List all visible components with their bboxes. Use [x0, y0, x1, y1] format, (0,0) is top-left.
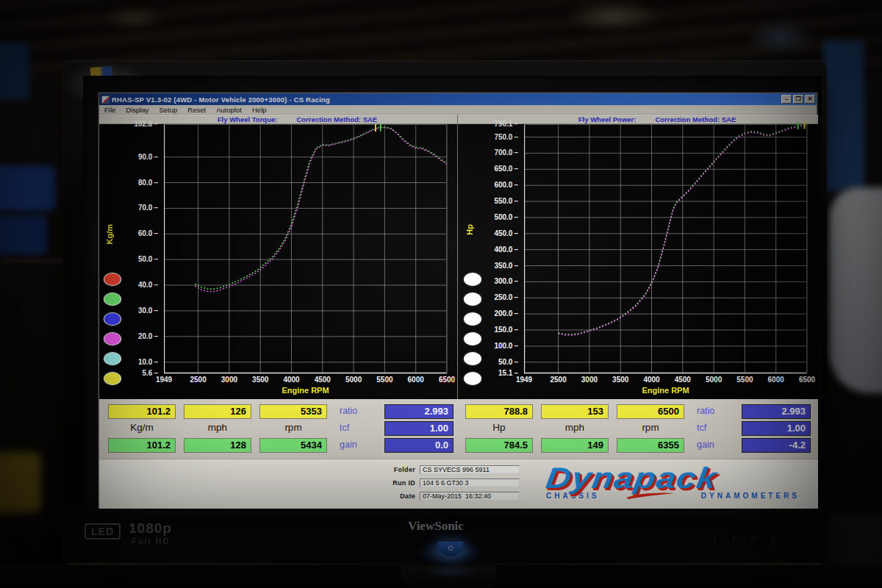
axis-lines	[165, 124, 447, 373]
legend-dot-3[interactable]	[104, 332, 121, 345]
fullhd-label: Full HD	[132, 537, 171, 545]
minimize-button[interactable]: –	[781, 95, 792, 104]
y-tick-label: 500.0	[480, 213, 518, 222]
y-tick-label: 750.0	[480, 133, 518, 142]
menu-item-setup[interactable]: Setup	[154, 105, 182, 114]
tcf-label: tcf	[335, 421, 376, 436]
legend-dot-4[interactable]	[464, 352, 481, 365]
screen: RHAS-SP V1.3-02 (4WD - Motor Vehicle 200…	[83, 76, 822, 517]
menu-item-autoplot[interactable]: Autoplot	[211, 105, 247, 114]
dynapack-logo: Dynapack CHASSIS DYNAMOMETERS	[546, 462, 811, 506]
y-tick-label: 300.0	[480, 277, 518, 286]
power-cursor2-rpm: 6355	[617, 438, 684, 453]
torque-cursor1-speed: 126	[184, 404, 251, 419]
menu-item-help[interactable]: Help	[247, 105, 272, 114]
workshop-item	[0, 452, 41, 512]
y-tick-label: 30.0	[120, 306, 158, 315]
shelf-edge	[0, 259, 70, 263]
legend-dot-0[interactable]	[104, 273, 121, 286]
power-unit-label: Hp	[465, 421, 533, 436]
legend-dot-2[interactable]	[464, 312, 481, 326]
folder-input[interactable]	[420, 465, 520, 474]
resolution-label: 1080p	[129, 520, 172, 537]
y-tick-label: 400.0	[480, 245, 518, 254]
power-cursor1-speed: 153	[541, 404, 609, 419]
power-readout-table: 788.8 153 6500 ratio 2.993 Hp mph rpm tc…	[461, 401, 815, 456]
x-tick-label: 5500	[368, 376, 401, 384]
x-tick-label: 6500	[791, 376, 822, 384]
y-tick-label: 200.0	[480, 309, 518, 318]
legend-dot-3[interactable]	[464, 332, 481, 345]
y-tick-label: 550.0	[480, 197, 518, 206]
power-cursor1-rpm: 6500	[617, 404, 684, 419]
torque-readout-table: 101.2 126 5353 ratio 2.993 Kg/m mph rpm …	[104, 401, 455, 456]
runid-label: Run ID	[370, 479, 415, 487]
menu-item-file[interactable]: File	[99, 105, 121, 114]
window-controls: – ❒ ✕	[781, 95, 815, 104]
garage-scene: RHAS-SP V1.3-02 (4WD - Motor Vehicle 200…	[0, 0, 882, 588]
readout-tables: 101.2 126 5353 ratio 2.993 Kg/m mph rpm …	[99, 399, 818, 459]
plot-border	[164, 124, 447, 373]
legend-dot-2[interactable]	[104, 312, 121, 326]
gain-value: -4.2	[742, 438, 811, 453]
grid-lines	[164, 124, 447, 373]
window-titlebar: RHAS-SP V1.3-02 (4WD - Motor Vehicle 200…	[99, 93, 817, 105]
ceiling-light	[746, 21, 816, 54]
y-tick-label: 700.0	[480, 148, 518, 157]
gain-value: 0.0	[384, 438, 453, 453]
x-tick-label: 4000	[276, 376, 308, 384]
legend-dot-5[interactable]	[104, 372, 121, 385]
legend-dot-5[interactable]	[464, 372, 481, 385]
y-tick-label: 100.0	[480, 342, 518, 351]
axis-lines	[525, 124, 807, 373]
torque-cursor2-speed: 128	[184, 438, 251, 453]
torque-unit-label: Kg/m	[108, 421, 176, 436]
menu-item-reset[interactable]: Reset	[182, 105, 211, 114]
x-tick-label: 3000	[213, 376, 245, 384]
x-tick-label: 1949	[508, 376, 540, 384]
maximize-button[interactable]: ❒	[793, 95, 803, 104]
torque-x-axis-title: Engine RPM	[164, 386, 447, 395]
blue-bin	[0, 165, 56, 211]
legend-dot-0[interactable]	[464, 273, 481, 286]
y-tick-label: 90.0	[120, 153, 158, 162]
monitor-control-buttons: 1 2 ▽ △	[713, 535, 782, 542]
rpm-unit-label: rpm	[617, 421, 684, 436]
legend-dot-1[interactable]	[464, 293, 481, 306]
shelf-box	[0, 43, 29, 100]
y-tick-label: 150.0	[480, 326, 518, 334]
torque-cursor2-rpm: 5434	[259, 438, 327, 453]
ceiling-light	[566, 0, 662, 31]
torque-cursor2-value: 101.2	[108, 438, 176, 453]
ratio-value: 2.993	[384, 404, 453, 419]
blue-column	[823, 40, 864, 191]
torque-y-axis-title: Kg/m	[105, 224, 114, 245]
y-tick-label: 250.0	[480, 293, 518, 302]
torque-cursor1-rpm: 5353	[259, 404, 327, 419]
y-tick-label: 450.0	[480, 229, 518, 238]
runid-field-row: Run ID	[370, 478, 539, 490]
menu-item-display[interactable]: Display	[121, 105, 154, 114]
date-input[interactable]	[420, 492, 520, 501]
power-cursor2-speed: 149	[541, 438, 609, 453]
power-cursor1-value: 788.8	[465, 404, 533, 419]
x-tick-label: 2500	[542, 376, 575, 384]
blue-bin	[0, 215, 47, 255]
y-tick-label: 50.0	[120, 255, 158, 264]
rpm-unit-label: rpm	[259, 421, 327, 436]
y-tick-label: 350.0	[480, 262, 518, 270]
x-tick-label: 2500	[182, 376, 215, 384]
torque-cursor1-value: 101.2	[108, 404, 176, 419]
power-chart-panel: Fly Wheel Power: Correction Method: SAE …	[457, 115, 818, 399]
close-button[interactable]: ✕	[805, 95, 815, 104]
y-tick-label: 600.0	[480, 181, 518, 190]
gain-label: gain	[335, 438, 376, 453]
legend-dot-4[interactable]	[104, 352, 121, 365]
folder-field-row: Folder	[370, 465, 539, 476]
runid-input[interactable]	[420, 478, 520, 487]
y-tick-label: 50.0	[480, 358, 518, 367]
x-tick-label: 3000	[573, 376, 606, 384]
dynapack-dynamometers-text: DYNAMOMETERS	[701, 492, 800, 500]
x-tick-label: 4000	[636, 376, 668, 384]
legend-dot-1[interactable]	[104, 293, 121, 306]
